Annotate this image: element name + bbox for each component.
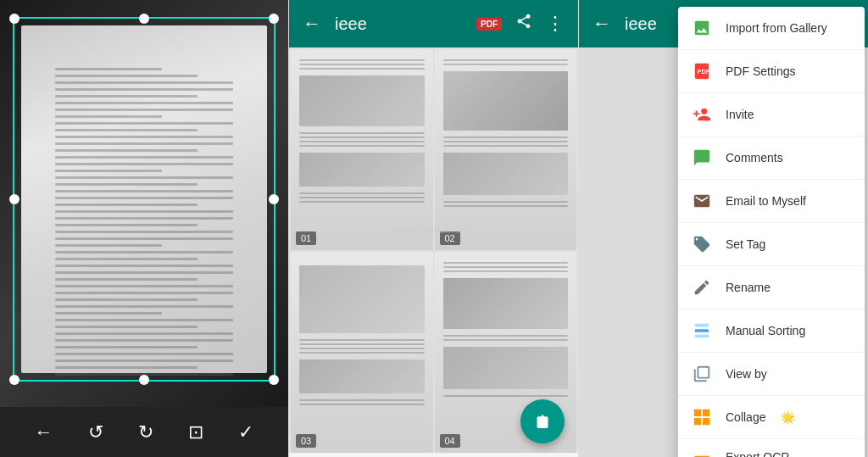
menu-item-import-gallery[interactable]: Import from Gallery: [678, 7, 865, 50]
gallery-title: ieee: [335, 14, 463, 34]
comments-icon: [692, 148, 712, 168]
gallery-panel: ← ieee PDF ⋮ 01: [288, 0, 578, 457]
collage-badge: 🌟: [781, 410, 795, 424]
set-tag-label: Set Tag: [726, 237, 765, 251]
export-ocr-label: Export OCR Results: [726, 450, 821, 457]
gallery-header: ← ieee PDF ⋮: [289, 0, 578, 47]
camera-toolbar: ← ↺ ↻ ⊡ ✓: [0, 407, 288, 457]
gallery-cell-2[interactable]: 02: [435, 49, 577, 250]
email-myself-icon: [692, 191, 712, 211]
import-gallery-label: Import from Gallery: [726, 21, 827, 35]
more-icon[interactable]: ⋮: [546, 13, 565, 35]
page-number-1: 01: [296, 231, 316, 245]
svg-rect-4: [695, 335, 709, 338]
back-button[interactable]: ←: [35, 421, 53, 443]
rename-icon: [692, 277, 712, 298]
crop-button[interactable]: ⊡: [188, 421, 203, 443]
view-by-label: View by: [726, 367, 767, 381]
menu-item-invite[interactable]: Invite: [678, 93, 865, 137]
corner-dot-mr[interactable]: [269, 194, 279, 204]
pdf-icon[interactable]: PDF: [476, 18, 502, 31]
invite-icon: [692, 104, 712, 125]
export-ocr-icon: TXT: [692, 454, 712, 457]
rename-label: Rename: [726, 281, 771, 294]
menu-item-export-ocr[interactable]: TXT Export OCR Results 🌟: [678, 439, 865, 457]
manual-sorting-label: Manual Sorting: [726, 324, 805, 337]
menu-item-pdf-settings[interactable]: PDF PDF Settings: [678, 50, 865, 93]
corner-dot-tl[interactable]: [9, 14, 19, 24]
undo-button[interactable]: ↺: [88, 421, 103, 443]
camera-panel: ← ↺ ↻ ⊡ ✓: [0, 0, 288, 457]
corner-dot-ml[interactable]: [9, 194, 19, 204]
menu-item-view-by[interactable]: View by: [678, 353, 865, 396]
menu-item-set-tag[interactable]: Set Tag: [678, 223, 865, 266]
collage-icon: [692, 407, 712, 427]
page-number-4: 04: [440, 434, 460, 448]
gallery-cell-1[interactable]: 01: [291, 49, 433, 250]
confirm-button[interactable]: ✓: [238, 421, 253, 443]
redo-button[interactable]: ↻: [138, 421, 153, 443]
corner-dot-bm[interactable]: [139, 375, 149, 385]
corner-dot-br[interactable]: [269, 375, 279, 385]
corner-dot-tr[interactable]: [269, 14, 279, 24]
corner-dot-tm[interactable]: [139, 14, 149, 24]
collage-label: Collage: [726, 410, 765, 424]
corner-dot-bl[interactable]: [9, 375, 19, 385]
pdf-settings-label: PDF Settings: [726, 64, 795, 78]
invite-label: Invite: [726, 108, 754, 121]
camera-fab[interactable]: [520, 399, 565, 443]
gallery-grid: 01 02 03: [289, 47, 578, 453]
svg-text:PDF: PDF: [698, 68, 710, 75]
menu-item-manual-sorting[interactable]: 1 Manual Sorting: [678, 309, 865, 353]
set-tag-icon: [692, 234, 712, 254]
view-by-icon: [692, 364, 712, 384]
manual-sorting-icon: 1: [692, 320, 712, 341]
menu-item-email-myself[interactable]: Email to Myself: [678, 180, 865, 223]
camera-view: [0, 0, 288, 407]
dropdown-menu: Import from Gallery PDF PDF Settings Inv…: [678, 7, 865, 457]
menu-item-rename[interactable]: Rename: [678, 266, 865, 309]
svg-text:1: 1: [707, 325, 710, 331]
comments-label: Comments: [726, 151, 783, 164]
menu-item-comments[interactable]: Comments: [678, 137, 865, 180]
back-icon-p3[interactable]: ←: [593, 13, 611, 35]
page-number-2: 02: [440, 231, 460, 245]
pdf-settings-icon: PDF: [692, 61, 712, 81]
menu-panel: ← ieee Import from Gallery PDF PDF Setti…: [578, 0, 868, 457]
gallery-cell-3[interactable]: 03: [291, 252, 433, 453]
share-icon[interactable]: [515, 13, 532, 35]
import-gallery-icon: [692, 18, 712, 38]
scan-overlay: [13, 17, 275, 382]
page-number-3: 03: [296, 434, 316, 448]
back-icon[interactable]: ←: [303, 13, 321, 35]
menu-item-collage[interactable]: Collage 🌟: [678, 396, 865, 439]
email-myself-label: Email to Myself: [726, 194, 806, 208]
